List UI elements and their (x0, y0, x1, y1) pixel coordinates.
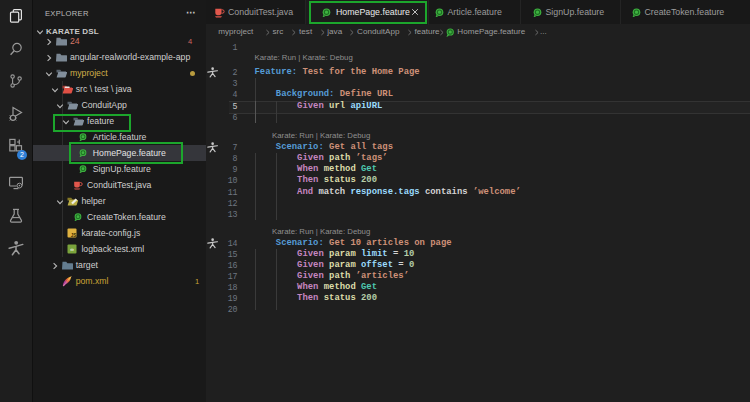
svg-text:‹›: ‹› (71, 246, 75, 252)
svg-text:JS: JS (71, 233, 77, 238)
